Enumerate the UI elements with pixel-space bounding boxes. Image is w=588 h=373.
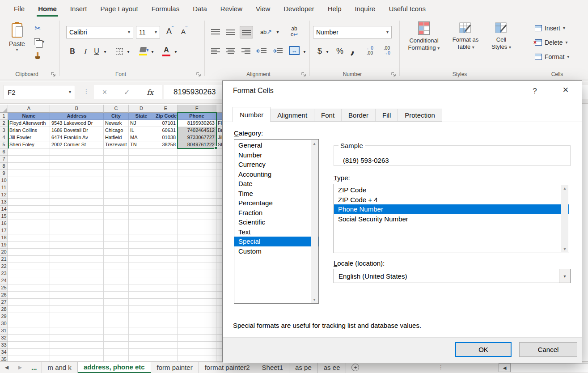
row-header-28[interactable]: 28: [0, 306, 8, 313]
alignment-dialog-launcher[interactable]: [301, 72, 307, 77]
cell-A13[interactable]: [8, 199, 50, 206]
row-header-27[interactable]: 27: [0, 299, 8, 306]
underline-dropdown[interactable]: ▾: [102, 47, 108, 56]
row-header-25[interactable]: 25: [0, 284, 8, 292]
cell-E10[interactable]: [154, 177, 178, 184]
cell-A12[interactable]: [8, 191, 50, 199]
cell-C30[interactable]: [104, 320, 129, 327]
cell-F33[interactable]: [178, 342, 216, 349]
cell-F19[interactable]: [178, 242, 216, 249]
cell-B10[interactable]: [50, 177, 104, 184]
font-size-select[interactable]: 11 ▾: [136, 26, 160, 38]
cell-C7[interactable]: [104, 156, 129, 163]
category-item-special[interactable]: Special: [234, 237, 318, 246]
cell-F8[interactable]: [178, 163, 216, 170]
cell-E26[interactable]: [154, 292, 178, 299]
cell-A25[interactable]: [8, 284, 50, 292]
type-item-zip-code[interactable]: ZIP Code: [334, 185, 569, 195]
type-list-scrollbar[interactable]: ▴ ▾: [561, 185, 568, 252]
cell-D11[interactable]: [129, 184, 154, 191]
cell-E30[interactable]: [154, 320, 178, 327]
grow-font-button[interactable]: Aˆ: [164, 25, 176, 38]
row-header-26[interactable]: 26: [0, 292, 8, 299]
sheet-nav-left-button[interactable]: ◀: [0, 362, 13, 373]
insert-button[interactable]: Insert ▾: [535, 22, 565, 34]
cell-E21[interactable]: [154, 256, 178, 263]
font-name-select[interactable]: Calibri ▾: [66, 26, 133, 38]
ribbon-tab-view[interactable]: View: [249, 0, 277, 18]
cell-D3[interactable]: IL: [129, 127, 154, 134]
category-list-scrollbar[interactable]: ▴ ▾: [311, 140, 318, 303]
cell-A19[interactable]: [8, 242, 50, 249]
comma-style-button[interactable]: ,: [348, 41, 358, 56]
cell-C23[interactable]: [104, 270, 129, 277]
accounting-format-button[interactable]: $: [314, 45, 326, 57]
align-middle-button[interactable]: [224, 27, 237, 38]
cell-F27[interactable]: [178, 299, 216, 306]
scroll-up-icon[interactable]: ▴: [563, 186, 566, 191]
row-header-17[interactable]: 17: [0, 227, 8, 234]
cell-C21[interactable]: [104, 256, 129, 263]
cell-D21[interactable]: [129, 256, 154, 263]
cell-B17[interactable]: [50, 227, 104, 234]
cell-F13[interactable]: [178, 199, 216, 206]
cell-F18[interactable]: [178, 234, 216, 242]
cell-B34[interactable]: [50, 349, 104, 356]
row-header-1[interactable]: 1: [0, 113, 8, 120]
cell-B8[interactable]: [50, 163, 104, 170]
dialog-tab-fill[interactable]: Fill: [376, 109, 398, 122]
cell-D18[interactable]: [129, 234, 154, 242]
scroll-down-icon[interactable]: ▾: [313, 297, 315, 302]
cell-E12[interactable]: [154, 191, 178, 199]
row-header-31[interactable]: 31: [0, 327, 8, 335]
cell-A5[interactable]: Sheri Foley: [8, 141, 50, 148]
cell-C26[interactable]: [104, 292, 129, 299]
cell-C32[interactable]: [104, 335, 129, 342]
cell-A15[interactable]: [8, 213, 50, 220]
type-list[interactable]: ZIP CodeZIP Code + 4Phone NumberSocial S…: [334, 184, 569, 253]
cell-A10[interactable]: [8, 177, 50, 184]
category-item-percentage[interactable]: Percentage: [234, 198, 318, 208]
cell-C19[interactable]: [104, 242, 129, 249]
category-item-text[interactable]: Text: [234, 227, 318, 237]
cell-A11[interactable]: [8, 184, 50, 191]
cell-F31[interactable]: [178, 327, 216, 335]
row-header-4[interactable]: 4: [0, 134, 8, 141]
percent-style-button[interactable]: %: [334, 45, 346, 57]
select-all-corner[interactable]: [0, 105, 8, 113]
cell-C5[interactable]: Trezevant: [104, 141, 129, 148]
font-color-button[interactable]: A: [161, 44, 172, 58]
column-header-a[interactable]: A: [8, 105, 50, 113]
category-item-time[interactable]: Time: [234, 189, 318, 199]
ribbon-tab-home[interactable]: Home: [31, 0, 63, 18]
cell-A27[interactable]: [8, 299, 50, 306]
dialog-tab-number[interactable]: Number: [233, 107, 271, 122]
row-header-9[interactable]: 9: [0, 170, 8, 177]
cell-D8[interactable]: [129, 163, 154, 170]
ribbon-tab-developer[interactable]: Developer: [277, 0, 321, 18]
type-item-social-security-number[interactable]: Social Security Number: [334, 214, 569, 224]
cell-F10[interactable]: [178, 177, 216, 184]
cell-B7[interactable]: [50, 156, 104, 163]
cell-E5[interactable]: 38258: [154, 141, 178, 148]
row-header-22[interactable]: 22: [0, 263, 8, 270]
cell-C1[interactable]: City: [104, 113, 129, 120]
cell-A7[interactable]: [8, 156, 50, 163]
ok-button[interactable]: OK: [455, 342, 512, 357]
cell-B26[interactable]: [50, 292, 104, 299]
cell-B33[interactable]: [50, 342, 104, 349]
cell-E2[interactable]: 07101: [154, 120, 178, 127]
cell-F14[interactable]: [178, 206, 216, 213]
cell-D15[interactable]: [129, 213, 154, 220]
cell-D9[interactable]: [129, 170, 154, 177]
cell-C15[interactable]: [104, 213, 129, 220]
cell-A24[interactable]: [8, 277, 50, 284]
cell-A14[interactable]: [8, 206, 50, 213]
cell-A20[interactable]: [8, 249, 50, 256]
cell-C22[interactable]: [104, 263, 129, 270]
cell-D22[interactable]: [129, 263, 154, 270]
cell-A30[interactable]: [8, 320, 50, 327]
type-item-zip-code-4[interactable]: ZIP Code + 4: [334, 195, 569, 205]
cell-C18[interactable]: [104, 234, 129, 242]
cell-D25[interactable]: [129, 284, 154, 292]
